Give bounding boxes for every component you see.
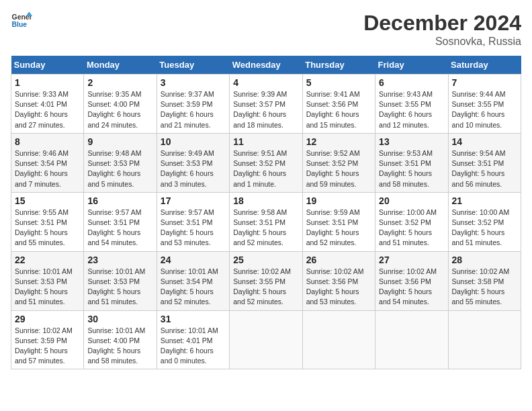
day-number: 4 <box>233 77 298 88</box>
calendar-cell: 12Sunrise: 9:52 AM Sunset: 3:52 PM Dayli… <box>302 133 375 192</box>
day-number: 18 <box>233 195 298 206</box>
calendar-subtitle: Sosnovka, Russia <box>363 36 521 48</box>
calendar-cell: 8Sunrise: 9:46 AM Sunset: 3:54 PM Daylig… <box>11 133 84 192</box>
calendar-cell: 28Sunrise: 10:02 AM Sunset: 3:58 PM Dayl… <box>448 251 521 310</box>
calendar-cell: 7Sunrise: 9:44 AM Sunset: 3:55 PM Daylig… <box>448 75 521 134</box>
logo: General Blue <box>11 11 32 30</box>
day-detail: Sunrise: 10:01 AM Sunset: 4:01 PM Daylig… <box>161 326 226 367</box>
calendar-cell: 3Sunrise: 9:37 AM Sunset: 3:59 PM Daylig… <box>157 75 229 134</box>
day-number: 8 <box>15 136 80 147</box>
day-detail: Sunrise: 10:02 AM Sunset: 3:55 PM Daylig… <box>233 267 298 308</box>
day-detail: Sunrise: 10:00 AM Sunset: 3:52 PM Daylig… <box>379 208 444 248</box>
calendar-cell: 6Sunrise: 9:43 AM Sunset: 3:55 PM Daylig… <box>375 75 448 134</box>
day-number: 12 <box>306 136 371 147</box>
day-number: 1 <box>15 77 80 88</box>
day-detail: Sunrise: 9:51 AM Sunset: 3:52 PM Dayligh… <box>233 148 298 189</box>
day-number: 3 <box>161 77 226 88</box>
calendar-cell: 31Sunrise: 10:01 AM Sunset: 4:01 PM Dayl… <box>157 310 229 369</box>
calendar-cell <box>448 310 521 369</box>
day-detail: Sunrise: 9:46 AM Sunset: 3:54 PM Dayligh… <box>15 148 80 189</box>
calendar-cell: 21Sunrise: 10:00 AM Sunset: 3:52 PM Dayl… <box>448 192 521 251</box>
day-detail: Sunrise: 9:57 AM Sunset: 3:51 PM Dayligh… <box>161 208 226 248</box>
calendar-cell: 24Sunrise: 10:01 AM Sunset: 3:54 PM Dayl… <box>157 251 229 310</box>
day-detail: Sunrise: 9:39 AM Sunset: 3:57 PM Dayligh… <box>233 89 298 130</box>
calendar-week-row: 8Sunrise: 9:46 AM Sunset: 3:54 PM Daylig… <box>11 133 521 192</box>
day-number: 27 <box>379 255 444 265</box>
day-detail: Sunrise: 10:00 AM Sunset: 3:52 PM Daylig… <box>452 208 517 248</box>
calendar-cell <box>302 310 375 369</box>
calendar-cell: 27Sunrise: 10:02 AM Sunset: 3:56 PM Dayl… <box>375 251 448 310</box>
day-number: 14 <box>452 136 517 147</box>
day-number: 22 <box>15 255 80 265</box>
day-detail: Sunrise: 9:52 AM Sunset: 3:52 PM Dayligh… <box>306 148 371 189</box>
calendar-cell: 4Sunrise: 9:39 AM Sunset: 3:57 PM Daylig… <box>230 75 302 134</box>
logo-icon: General Blue <box>11 11 32 30</box>
day-number: 26 <box>306 255 371 265</box>
day-detail: Sunrise: 9:48 AM Sunset: 3:53 PM Dayligh… <box>87 148 152 189</box>
day-number: 5 <box>306 77 371 88</box>
day-number: 17 <box>161 195 226 206</box>
day-detail: Sunrise: 10:01 AM Sunset: 3:53 PM Daylig… <box>87 267 152 308</box>
calendar-cell: 29Sunrise: 10:02 AM Sunset: 3:59 PM Dayl… <box>11 310 84 369</box>
calendar-week-row: 1Sunrise: 9:33 AM Sunset: 4:01 PM Daylig… <box>11 75 521 134</box>
calendar-cell <box>230 310 302 369</box>
day-number: 13 <box>379 136 444 147</box>
calendar-title: December 2024 <box>363 11 521 36</box>
day-number: 29 <box>15 314 80 324</box>
day-number: 7 <box>452 77 517 88</box>
calendar-cell: 5Sunrise: 9:41 AM Sunset: 3:56 PM Daylig… <box>302 75 375 134</box>
calendar-week-row: 22Sunrise: 10:01 AM Sunset: 3:53 PM Dayl… <box>11 251 521 310</box>
calendar-table: SundayMondayTuesdayWednesdayThursdayFrid… <box>11 56 521 369</box>
day-detail: Sunrise: 9:41 AM Sunset: 3:56 PM Dayligh… <box>306 89 371 130</box>
day-number: 28 <box>452 255 517 265</box>
calendar-header-row: SundayMondayTuesdayWednesdayThursdayFrid… <box>11 56 521 75</box>
day-detail: Sunrise: 9:58 AM Sunset: 3:51 PM Dayligh… <box>233 208 298 248</box>
day-number: 9 <box>87 136 152 147</box>
col-header-sunday: Sunday <box>11 56 84 75</box>
day-number: 31 <box>161 314 226 324</box>
col-header-tuesday: Tuesday <box>157 56 229 75</box>
day-number: 10 <box>161 136 226 147</box>
calendar-cell <box>375 310 448 369</box>
calendar-cell: 2Sunrise: 9:35 AM Sunset: 4:00 PM Daylig… <box>84 75 157 134</box>
day-detail: Sunrise: 10:01 AM Sunset: 3:53 PM Daylig… <box>15 267 80 308</box>
day-number: 19 <box>306 195 371 206</box>
calendar-cell: 16Sunrise: 9:57 AM Sunset: 3:51 PM Dayli… <box>84 192 157 251</box>
calendar-week-row: 29Sunrise: 10:02 AM Sunset: 3:59 PM Dayl… <box>11 310 521 369</box>
col-header-saturday: Saturday <box>448 56 521 75</box>
day-number: 16 <box>87 195 152 206</box>
day-number: 25 <box>233 255 298 265</box>
day-detail: Sunrise: 9:57 AM Sunset: 3:51 PM Dayligh… <box>87 208 152 248</box>
title-block: December 2024 Sosnovka, Russia <box>363 11 521 48</box>
day-detail: Sunrise: 9:53 AM Sunset: 3:51 PM Dayligh… <box>379 148 444 189</box>
calendar-cell: 23Sunrise: 10:01 AM Sunset: 3:53 PM Dayl… <box>84 251 157 310</box>
day-detail: Sunrise: 9:33 AM Sunset: 4:01 PM Dayligh… <box>15 89 80 130</box>
col-header-wednesday: Wednesday <box>230 56 302 75</box>
calendar-cell: 1Sunrise: 9:33 AM Sunset: 4:01 PM Daylig… <box>11 75 84 134</box>
calendar-cell: 9Sunrise: 9:48 AM Sunset: 3:53 PM Daylig… <box>84 133 157 192</box>
col-header-thursday: Thursday <box>302 56 375 75</box>
day-number: 24 <box>161 255 226 265</box>
calendar-cell: 20Sunrise: 10:00 AM Sunset: 3:52 PM Dayl… <box>375 192 448 251</box>
day-detail: Sunrise: 9:43 AM Sunset: 3:55 PM Dayligh… <box>379 89 444 130</box>
day-detail: Sunrise: 9:44 AM Sunset: 3:55 PM Dayligh… <box>452 89 517 130</box>
day-number: 23 <box>87 255 152 265</box>
calendar-cell: 19Sunrise: 9:59 AM Sunset: 3:51 PM Dayli… <box>302 192 375 251</box>
day-number: 30 <box>87 314 152 324</box>
day-detail: Sunrise: 9:55 AM Sunset: 3:51 PM Dayligh… <box>15 208 80 248</box>
calendar-cell: 17Sunrise: 9:57 AM Sunset: 3:51 PM Dayli… <box>157 192 229 251</box>
day-number: 21 <box>452 195 517 206</box>
day-detail: Sunrise: 10:01 AM Sunset: 4:00 PM Daylig… <box>87 326 152 367</box>
day-detail: Sunrise: 9:35 AM Sunset: 4:00 PM Dayligh… <box>87 89 152 130</box>
calendar-cell: 14Sunrise: 9:54 AM Sunset: 3:51 PM Dayli… <box>448 133 521 192</box>
day-detail: Sunrise: 10:01 AM Sunset: 3:54 PM Daylig… <box>161 267 226 308</box>
day-number: 15 <box>15 195 80 206</box>
day-detail: Sunrise: 9:37 AM Sunset: 3:59 PM Dayligh… <box>161 89 226 130</box>
calendar-week-row: 15Sunrise: 9:55 AM Sunset: 3:51 PM Dayli… <box>11 192 521 251</box>
day-number: 20 <box>379 195 444 206</box>
day-detail: Sunrise: 9:54 AM Sunset: 3:51 PM Dayligh… <box>452 148 517 189</box>
page-header: General Blue December 2024 Sosnovka, Rus… <box>11 11 521 48</box>
col-header-monday: Monday <box>84 56 157 75</box>
day-detail: Sunrise: 10:02 AM Sunset: 3:56 PM Daylig… <box>306 267 371 308</box>
day-detail: Sunrise: 10:02 AM Sunset: 3:59 PM Daylig… <box>15 326 80 367</box>
